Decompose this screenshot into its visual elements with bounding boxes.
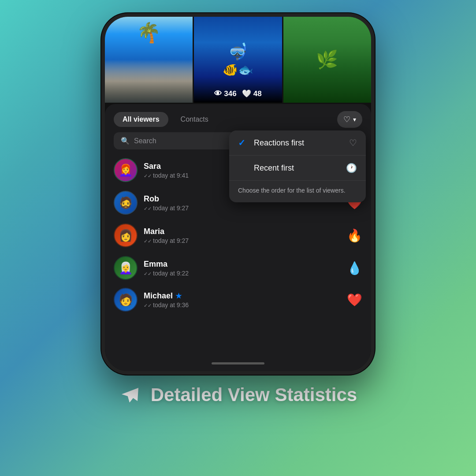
avatar-emma: 👩‍🦳 — [114, 256, 138, 280]
avatar-sara: 👩‍🦰 — [114, 158, 138, 182]
footer: Detailed View Statistics — [119, 383, 357, 407]
app-background: 🌴 🤿 🐠🐟 👁 346 🤍 — [0, 0, 476, 476]
recent-first-label: Recent first — [254, 164, 341, 173]
dropdown-item-recent-first[interactable]: Recent first 🕐 — [229, 156, 366, 181]
reaction-michael: ❤️ — [347, 293, 362, 307]
checkmark-icon: ✓ — [238, 138, 249, 148]
viewer-info-emma: Emma ✓✓ today at 9:22 — [144, 260, 341, 277]
reaction-maria: 🔥 — [347, 228, 362, 243]
viewer-time-maria: ✓✓ today at 9:27 — [144, 237, 341, 244]
reactions-first-label: Reactions first — [254, 138, 344, 148]
bottom-bar — [105, 355, 371, 371]
telegram-logo-icon — [119, 383, 144, 407]
viewer-name-maria: Maria — [144, 227, 341, 236]
dropdown-info: Choose the order for the list of viewers… — [229, 181, 366, 202]
viewer-item-emma[interactable]: 👩‍🦳 Emma ✓✓ today at 9:22 💧 — [108, 252, 368, 284]
search-icon: 🔍 — [121, 137, 130, 145]
tab-contacts[interactable]: Contacts — [172, 112, 217, 127]
tab-all-viewers[interactable]: All viewers — [114, 112, 168, 127]
views-stat: 👁 346 — [214, 89, 236, 98]
viewer-info-maria: Maria ✓✓ today at 9:27 — [144, 227, 341, 244]
likes-stat: 🤍 48 — [242, 89, 262, 98]
photo-3: 🌿 — [283, 17, 371, 103]
heart-dropdown-icon: ♡ — [349, 138, 357, 148]
avatar-rob: 🧔 — [114, 191, 138, 215]
dropdown-item-reactions-first[interactable]: ✓ Reactions first ♡ — [229, 130, 366, 156]
viewer-info-michael: Michael ★ ✓✓ today at 9:36 — [144, 291, 341, 309]
main-panel: All viewers Contacts ♡ ▾ 🔍 Search — [105, 104, 371, 371]
chevron-down-icon: ▾ — [353, 116, 356, 123]
avatar-maria: 👩 — [114, 223, 138, 247]
viewer-time-michael: ✓✓ today at 9:36 — [144, 301, 341, 309]
phone-wrapper: 🌴 🤿 🐠🐟 👁 346 🤍 — [101, 13, 375, 375]
phone-frame: 🌴 🤿 🐠🐟 👁 346 🤍 — [101, 13, 375, 375]
photo-1: 🌴 — [105, 17, 193, 103]
photo-grid: 🌴 🤿 🐠🐟 👁 346 🤍 — [105, 17, 371, 103]
search-placeholder: Search — [134, 137, 156, 145]
avatar-michael: 🧑 — [114, 288, 138, 312]
viewer-item-michael[interactable]: 🧑 Michael ★ ✓✓ today at 9:36 ❤️ — [108, 284, 368, 315]
heart-stat-icon: 🤍 — [242, 89, 251, 98]
viewer-name-emma: Emma — [144, 260, 341, 269]
viewer-time-emma: ✓✓ today at 9:22 — [144, 270, 341, 277]
tabs-row: All viewers Contacts ♡ ▾ — [105, 104, 371, 132]
eye-icon: 👁 — [214, 89, 222, 98]
home-indicator — [212, 362, 264, 364]
photo-2: 🤿 🐠🐟 👁 346 🤍 48 — [194, 17, 282, 103]
viewer-time-rob: ✓✓ today at 9:27 — [144, 205, 341, 212]
reaction-emma: 💧 — [347, 261, 362, 275]
premium-star-icon: ★ — [175, 292, 182, 300]
viewer-name-michael: Michael ★ — [144, 291, 341, 301]
photo-stats: 👁 346 🤍 48 — [214, 89, 261, 98]
sort-button[interactable]: ♡ ▾ — [337, 111, 362, 128]
footer-title: Detailed View Statistics — [151, 384, 357, 405]
dropdown-menu: ✓ Reactions first ♡ Recent first 🕐 Choos… — [229, 130, 366, 202]
clock-icon: 🕐 — [346, 163, 357, 173]
viewer-item-maria[interactable]: 👩 Maria ✓✓ today at 9:27 🔥 — [108, 219, 368, 252]
heart-filter-icon: ♡ — [343, 115, 350, 124]
